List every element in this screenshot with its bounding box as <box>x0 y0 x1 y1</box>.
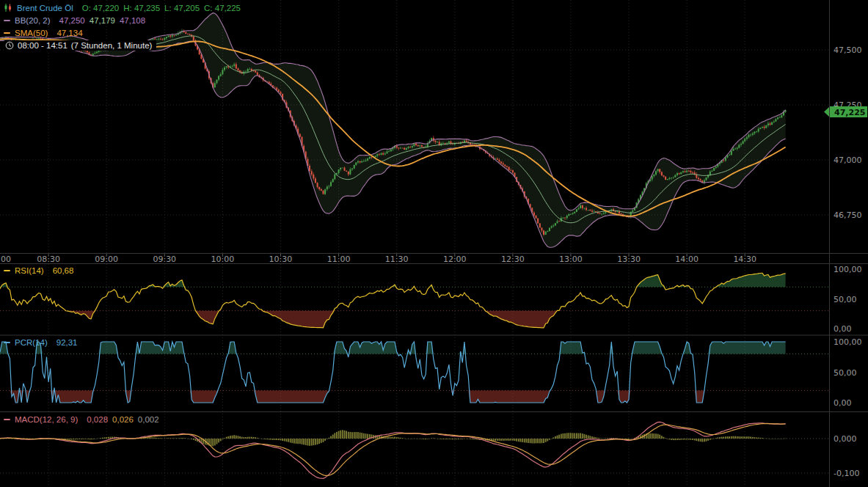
rsi-legend[interactable]: RSI(14) 60,68 <box>4 266 73 275</box>
axes: 47,50047,25047,00046,75047,2250008:3009:… <box>0 0 868 487</box>
pcr-legend[interactable]: PCR(14) 92,31 <box>4 338 78 347</box>
svg-text:0,00: 0,00 <box>834 398 852 408</box>
svg-text:-0,100: -0,100 <box>834 469 859 478</box>
svg-text:100,00: 100,00 <box>834 337 862 347</box>
svg-text:14:30: 14:30 <box>733 255 756 264</box>
pcr-panel <box>0 342 829 403</box>
svg-text:13:00: 13:00 <box>559 255 583 264</box>
svg-text:50,00: 50,00 <box>834 368 857 378</box>
pcr-line-icon <box>4 342 10 343</box>
ohlc-high: H: 47,235 <box>123 4 160 12</box>
svg-text:100,00: 100,00 <box>834 265 862 274</box>
chart-legend: Brent Crude Öl O: 47,220 H: 47,235 L: 47… <box>4 1 241 51</box>
session-row: 08:00 - 14:51 (7 Stunden, 1 Minute) <box>4 39 241 51</box>
svg-text:10:30: 10:30 <box>269 255 293 264</box>
svg-text:13:30: 13:30 <box>617 255 641 264</box>
svg-text:0,00: 0,00 <box>834 324 852 334</box>
bb-lower-value: 47,108 <box>120 16 145 25</box>
svg-text:47,225: 47,225 <box>834 108 865 117</box>
trading-chart-app: 47,50047,25047,00046,75047,2250008:3009:… <box>0 0 868 487</box>
sma-label: SMA(50) <box>15 29 48 37</box>
svg-text:14:00: 14:00 <box>675 255 699 264</box>
macd-line-icon <box>4 419 10 420</box>
svg-text:46,750: 46,750 <box>834 210 862 220</box>
svg-text:11:30: 11:30 <box>385 255 409 264</box>
rsi-label: RSI(14) <box>15 266 44 275</box>
macd-signal-value: 0,026 <box>112 415 134 424</box>
bb-line-icon <box>4 20 10 21</box>
svg-text:10:00: 10:00 <box>211 255 235 264</box>
bb-legend[interactable]: BB(20, 2) 47,250 47,179 47,108 <box>4 14 241 26</box>
svg-text:47,000: 47,000 <box>834 155 862 165</box>
ohlc-low: L: 47,205 <box>164 4 200 12</box>
sma-legend[interactable]: SMA(50) 47,134 <box>4 26 241 39</box>
main-chart-canvas[interactable]: 47,50047,25047,00046,75047,2250008:3009:… <box>0 0 868 487</box>
svg-text:12:30: 12:30 <box>501 255 525 264</box>
macd-panel <box>0 422 829 478</box>
bb-upper-value: 47,250 <box>59 16 85 25</box>
macd-legend[interactable]: MACD(12, 26, 9) 0,028 0,026 0,002 <box>4 415 159 424</box>
svg-text:12:00: 12:00 <box>443 255 467 264</box>
instrument-name: Brent Crude Öl <box>17 4 73 12</box>
pcr-label: PCR(14) <box>15 338 48 347</box>
sma-line-icon <box>4 32 10 34</box>
sma-value: 47,134 <box>56 29 82 37</box>
session-detail: (7 Stunden, 1 Minute) <box>71 41 153 50</box>
instrument-legend[interactable]: Brent Crude Öl O: 47,220 H: 47,235 L: 47… <box>4 1 241 14</box>
svg-text:00: 00 <box>1 255 11 264</box>
session-info: 08:00 - 14:51 (7 Stunden, 1 Minute) <box>4 40 156 51</box>
macd-hist-value: 0,002 <box>138 415 159 424</box>
svg-text:47,500: 47,500 <box>834 45 862 55</box>
clock-icon <box>5 41 14 50</box>
ohlc-open: O: 47,220 <box>82 4 120 12</box>
pcr-value: 92,31 <box>56 338 78 347</box>
bb-label: BB(20, 2) <box>15 16 51 25</box>
svg-text:08:30: 08:30 <box>37 255 60 264</box>
rsi-value: 60,68 <box>53 266 74 275</box>
rsi-line-icon <box>4 270 10 271</box>
svg-text:50,00: 50,00 <box>834 295 857 304</box>
bb-basis-value: 47,179 <box>90 16 115 25</box>
session-range: 08:00 - 14:51 <box>18 41 68 50</box>
svg-text:0,000: 0,000 <box>834 434 857 444</box>
gridlines <box>0 0 829 487</box>
svg-text:09:00: 09:00 <box>95 255 118 264</box>
candlestick-icon <box>4 4 12 12</box>
macd-label: MACD(12, 26, 9) <box>15 415 78 424</box>
ohlc-close: C: 47,225 <box>204 4 241 12</box>
svg-text:11:00: 11:00 <box>327 255 351 264</box>
rsi-panel <box>0 273 829 329</box>
macd-value: 0,028 <box>87 415 108 424</box>
svg-text:09:30: 09:30 <box>153 255 176 264</box>
